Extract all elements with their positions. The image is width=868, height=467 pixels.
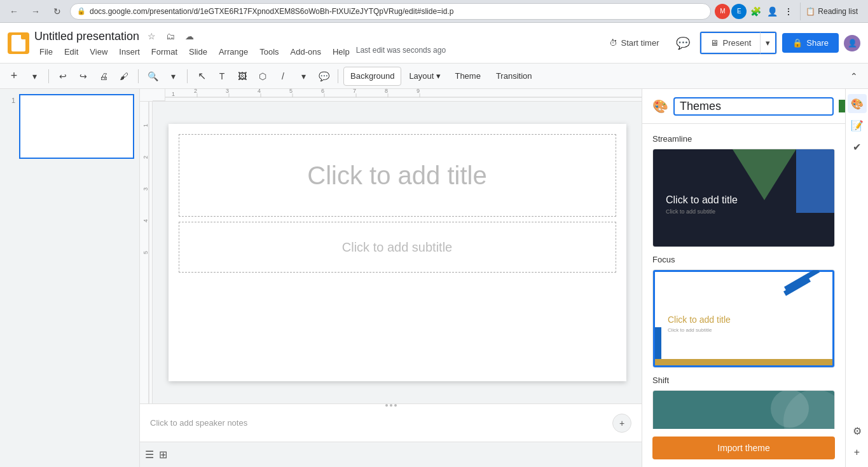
redo-button[interactable]: ↪: [74, 67, 92, 86]
edge-extension-icon[interactable]: E: [731, 4, 747, 19]
user-extension-icon[interactable]: 👤: [764, 4, 780, 19]
notes-side-icon[interactable]: 📝: [848, 116, 867, 135]
share-label: Share: [806, 38, 829, 48]
last-edit-label: Last edit was seconds ago: [356, 46, 446, 58]
browser-reload-button[interactable]: ↻: [48, 3, 66, 20]
svg-text:6: 6: [321, 89, 324, 94]
theme-label: Theme: [455, 71, 480, 81]
focus-section-title: Focus: [652, 255, 835, 264]
address-bar[interactable]: 🔒 docs.google.com/presentation/d/1eGTXE6…: [70, 3, 711, 20]
collapse-toolbar-button[interactable]: ⌃: [845, 67, 863, 86]
menu-slide[interactable]: Slide: [184, 46, 212, 58]
cloud-save-button[interactable]: ☁: [181, 28, 198, 44]
shift-section-title: Shift: [652, 376, 835, 385]
slide-canvas[interactable]: Click to add title Click to add subtitle: [169, 124, 626, 381]
more-extensions-button[interactable]: ⋮: [781, 4, 796, 19]
svg-text:3: 3: [142, 187, 149, 191]
insert-button[interactable]: +: [5, 67, 23, 86]
reading-list-button[interactable]: 📋 Reading list: [800, 3, 863, 20]
menu-file[interactable]: File: [34, 46, 58, 58]
menu-help[interactable]: Help: [327, 46, 355, 58]
theme-button[interactable]: Theme: [448, 67, 486, 86]
text-box-button[interactable]: T: [213, 67, 231, 86]
layout-button[interactable]: Layout ▾: [404, 67, 446, 86]
browser-back-button[interactable]: ←: [5, 3, 23, 20]
streamline-preview-bg: Click to add title Click to add subtitle: [653, 149, 834, 247]
transition-label: Transition: [496, 71, 532, 81]
menu-addons[interactable]: Add-ons: [286, 46, 326, 58]
notes-expand-button[interactable]: +: [612, 414, 631, 433]
doc-title[interactable]: Untitled presentation: [34, 30, 139, 43]
svg-text:7: 7: [353, 89, 356, 94]
shift-preview-bg: [653, 391, 834, 429]
share-button[interactable]: 🔒 Share: [782, 33, 839, 53]
present-main-button[interactable]: 🖥 Present: [700, 32, 760, 54]
extension-icons: M E 🧩 👤 ⋮: [715, 4, 796, 19]
themes-header: 🎨 ✕: [642, 89, 845, 124]
layout-dropdown-icon: ▾: [436, 71, 441, 81]
add-side-icon[interactable]: +: [848, 443, 867, 462]
themes-list: Streamline Click to add title Click to a…: [642, 124, 845, 429]
start-timer-button[interactable]: ⏱ Start timer: [602, 34, 667, 51]
import-theme-button[interactable]: Import theme: [652, 437, 835, 459]
user-avatar[interactable]: 👤: [844, 35, 860, 51]
present-monitor-icon: 🖥: [710, 38, 719, 48]
notes-resize-handle[interactable]: [385, 404, 397, 407]
start-timer-label: Start timer: [621, 38, 659, 48]
avatar-image: 👤: [848, 39, 857, 48]
toolbar-separator-2: [138, 69, 139, 83]
lock-icon: 🔒: [77, 7, 86, 15]
browser-forward-button[interactable]: →: [27, 3, 45, 20]
focus-deco-lines: [783, 277, 827, 321]
slide-grid-view-button[interactable]: ⊞: [159, 449, 167, 461]
transition-button[interactable]: Transition: [490, 67, 539, 86]
settings-side-icon[interactable]: ⚙: [848, 421, 867, 440]
svg-text:5: 5: [289, 89, 293, 94]
slide-title-placeholder: Click to add title: [307, 161, 486, 190]
themes-side-icon[interactable]: 🎨: [848, 94, 867, 113]
slide-number: 1: [5, 94, 15, 104]
focus-theme-preview[interactable]: Click to add title Click to add subtitle: [652, 269, 835, 368]
undo-button[interactable]: ↩: [54, 67, 72, 86]
insert-dropdown-button[interactable]: ▾: [25, 67, 43, 86]
image-button[interactable]: 🖼: [233, 67, 251, 86]
background-button[interactable]: Background: [343, 67, 401, 86]
vertical-ruler: 1 2 3 4 5: [140, 102, 153, 403]
menu-view[interactable]: View: [85, 46, 113, 58]
select-tool-button[interactable]: ↖: [193, 67, 210, 86]
gmail-extension-icon[interactable]: M: [715, 4, 730, 19]
notes-placeholder[interactable]: Click to add speaker notes: [150, 418, 247, 428]
right-side-panel: 🎨 📝 ✔ ⚙ +: [845, 89, 868, 467]
zoom-out-button[interactable]: 🔍: [144, 67, 162, 86]
move-to-drive-button[interactable]: 🗂: [162, 28, 179, 44]
background-label: Background: [350, 71, 394, 81]
menu-format[interactable]: Format: [146, 46, 183, 58]
slide-thumbnail[interactable]: [19, 94, 134, 159]
comment-button[interactable]: 💬: [315, 67, 333, 86]
themes-title-input[interactable]: [673, 97, 834, 116]
slide-list-view-button[interactable]: ☰: [145, 449, 154, 461]
paint-format-button[interactable]: 🖌: [115, 67, 133, 86]
focus-subtitle-text: Click to add subtitle: [668, 327, 820, 333]
focus-bottom-bar: [655, 359, 832, 365]
star-button[interactable]: ☆: [143, 28, 160, 44]
toolbar-separator-3: [187, 69, 188, 83]
present-dropdown-button[interactable]: ▾: [760, 32, 776, 54]
line-dropdown-button[interactable]: ▾: [294, 67, 312, 86]
print-button[interactable]: 🖨: [95, 67, 113, 86]
menu-arrange[interactable]: Arrange: [214, 46, 253, 58]
palette-icon: 🎨: [652, 98, 668, 114]
shapes-button[interactable]: ⬡: [254, 67, 272, 86]
line-button[interactable]: /: [274, 67, 292, 86]
comments-button[interactable]: 💬: [672, 32, 694, 55]
streamline-theme-preview[interactable]: Click to add title Click to add subtitle: [652, 149, 835, 247]
menu-edit[interactable]: Edit: [59, 46, 83, 58]
tasks-side-icon[interactable]: ✔: [848, 137, 867, 156]
slide-subtitle-box[interactable]: Click to add subtitle: [179, 222, 616, 273]
shift-theme-preview[interactable]: [652, 390, 835, 429]
menu-insert[interactable]: Insert: [114, 46, 145, 58]
slide-title-box[interactable]: Click to add title: [179, 134, 616, 217]
menu-tools[interactable]: Tools: [254, 46, 284, 58]
zoom-dropdown-button[interactable]: ▾: [164, 67, 182, 86]
puzzle-extension-icon[interactable]: 🧩: [748, 4, 763, 19]
